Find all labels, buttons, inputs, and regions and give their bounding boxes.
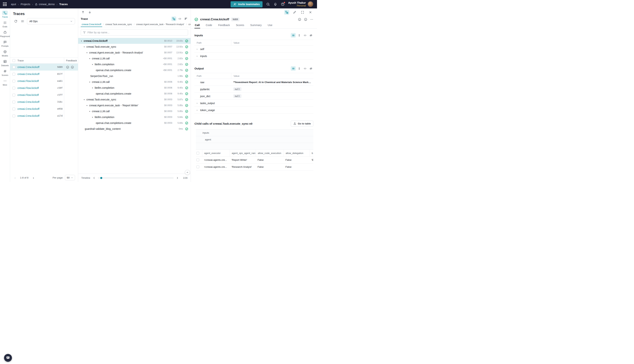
op-filter-input[interactable] [88, 31, 186, 34]
sidebar-item-evals[interactable]: Evals [0, 20, 10, 28]
edit-pencil-icon[interactable] [292, 10, 297, 15]
column-header[interactable]: agent_ops_agent_nan [230, 150, 256, 156]
user-menu[interactable]: Ayush Thakur Personal [288, 1, 313, 7]
prev-page-icon[interactable] [15, 176, 16, 180]
code-view-icon[interactable] [302, 66, 307, 71]
trace-link[interactable]: crewai.Crew.kickoff [18, 108, 40, 110]
list-view-icon[interactable] [291, 66, 296, 71]
trace-tree-row[interactable]: crewai.Task.execute_sync $0.0007 13.92s [78, 44, 191, 50]
trace-crumb-tab[interactable]: crewai.LLM.cal [185, 22, 191, 27]
detail-tab[interactable]: Feedback [218, 24, 230, 28]
output-row[interactable]: json_dict null [194, 93, 313, 100]
chevron-down-icon[interactable] [91, 116, 94, 118]
detail-tab[interactable]: Code [205, 24, 213, 28]
op-name-filter[interactable] [81, 29, 188, 36]
trace-row[interactable]: crewai.Crew.kickoff a17d [10, 112, 78, 119]
timeline-prev-icon[interactable] [93, 176, 96, 180]
chevron-right-icon[interactable] [197, 48, 199, 50]
sidebar-item-models[interactable]: Models [0, 50, 10, 57]
trace-link[interactable]: crewai.Crew.kickoff [18, 114, 40, 117]
detail-tab[interactable]: Call [194, 24, 200, 28]
trace-link[interactable]: crewai.Flow.kickoff [18, 86, 39, 90]
trace-tree-row[interactable]: litellm.completion <$0.0001 2.82s [78, 62, 191, 67]
trace-crumb-tab[interactable]: crewai.Crew.kickoff [81, 22, 102, 27]
timeline-next-icon[interactable] [176, 176, 179, 180]
column-header[interactable]: b [310, 150, 313, 156]
next-trace-down-icon[interactable] [88, 10, 92, 14]
select-all-checkbox[interactable] [196, 152, 199, 154]
trace-tree-row[interactable]: guardrail-validate_blog_content 0ms [78, 126, 191, 132]
detail-tab[interactable]: Summary [250, 24, 262, 28]
ops-filter-select[interactable]: All Ops [27, 18, 75, 24]
chevron-down-icon[interactable] [83, 46, 86, 48]
chevron-right-icon[interactable] [197, 109, 199, 112]
call-id-badge[interactable]: 9d89 [231, 18, 239, 21]
trace-row[interactable]: crewai.Crew.kickoff e058 [10, 106, 78, 112]
output-row[interactable]: token_usage [194, 107, 313, 114]
sidebar-item-more[interactable]: More [0, 79, 10, 86]
trace-row[interactable]: crewai.Flow.kickoff c5ff [10, 92, 78, 98]
column-header[interactable]: agent_executor [202, 150, 230, 156]
chevron-down-icon[interactable] [88, 110, 91, 112]
trace-link[interactable]: crewai.Crew.kickoff [18, 66, 40, 68]
trace-tree-row[interactable]: openai.chat.completions.create $0.0003 5… [78, 120, 191, 126]
sidebar-item-prompts[interactable]: Prompts [0, 40, 10, 47]
expand-rows-icon[interactable] [297, 33, 301, 38]
chevron-down-icon[interactable] [83, 98, 86, 100]
help-icon[interactable] [281, 2, 284, 6]
chevron-down-icon[interactable] [86, 52, 88, 54]
sidebar-item-datasets[interactable]: Datasets [0, 59, 10, 66]
trace-tree-row[interactable]: SerperDevTool._run 1.66s [78, 73, 191, 79]
trace-row[interactable]: crewai.Crew.kickoff 657f [10, 70, 78, 78]
notifications-bell-icon[interactable] [273, 2, 277, 6]
row-checkbox[interactable] [196, 166, 199, 168]
overflow-menu-icon[interactable] [310, 18, 313, 21]
trace-crumb-tab[interactable]: crewai.Agent.execute_task - 'Research An… [133, 22, 185, 27]
chevron-down-icon[interactable] [80, 40, 83, 42]
wandb-logo[interactable] [3, 2, 7, 6]
sidebar-item-scorers[interactable]: Scorers [0, 69, 10, 76]
trace-tree-row[interactable]: crewai.Task.execute_sync $0.0003 5.87s [78, 96, 191, 102]
input-row[interactable]: self [194, 46, 313, 52]
trace-tree-row[interactable]: crewai.Crew.kickoff $0.0010 19.83s [78, 38, 191, 44]
timeline-slider[interactable] [98, 178, 174, 178]
frowny-feedback-icon[interactable] [71, 66, 74, 69]
next-page-icon[interactable] [33, 176, 34, 180]
avatar[interactable] [308, 1, 313, 7]
breadcrumb-entity[interactable]: ayut [11, 3, 16, 6]
timeline-slider-handle[interactable] [100, 177, 102, 179]
chevron-down-icon[interactable] [88, 58, 91, 60]
breadcrumb-project[interactable]: crewai_demo [35, 3, 55, 6]
trace-link[interactable]: crewai.Flow.kickoff [18, 80, 39, 82]
hide-eye-off-icon[interactable] [308, 66, 313, 71]
hide-eye-off-icon[interactable] [308, 33, 313, 38]
trace-tree-row[interactable]: crewai.LLM.call <$0.0001 2.82s [78, 56, 191, 62]
trace-tree-row[interactable]: litellm.completion $0.0006 9.40s [78, 85, 191, 91]
code-view-icon[interactable] [177, 16, 182, 21]
trace-row[interactable]: crewai.Crew.kickoff 9d89 [10, 64, 78, 70]
tree-view-icon[interactable] [284, 10, 289, 15]
chevron-down-icon[interactable] [91, 87, 94, 89]
trace-tree-row[interactable]: openai.chat.completions.create <$0.0001 … [78, 67, 191, 73]
search-icon[interactable] [266, 2, 270, 6]
output-row[interactable]: pydantic null [194, 86, 313, 93]
expand-rows-icon[interactable] [297, 66, 301, 71]
refresh-icon[interactable] [13, 18, 19, 24]
filter-list-icon[interactable] [20, 18, 26, 24]
sidebar-item-traces[interactable]: Traces [0, 11, 10, 18]
sidebar-item-playground[interactable]: Playground [0, 30, 10, 38]
column-header-trace[interactable]: Trace [18, 59, 64, 62]
chevron-right-icon[interactable] [197, 55, 199, 57]
fullscreen-expand-icon[interactable] [300, 10, 305, 15]
per-page-select[interactable]: 50 [65, 175, 75, 180]
input-row[interactable]: inputs [194, 52, 313, 60]
trace-tree-row[interactable]: crewai.Agent.execute_task - 'Research An… [78, 50, 191, 56]
invite-teammates-button[interactable]: Invite teammates [231, 1, 262, 7]
detail-tab[interactable]: Scores [235, 24, 244, 28]
breadcrumb-projects[interactable]: Projects [21, 3, 30, 6]
row-checkbox[interactable] [13, 114, 15, 117]
close-icon[interactable] [308, 10, 313, 15]
select-all-checkbox[interactable] [13, 59, 15, 62]
column-header[interactable]: allow_delegation [284, 150, 310, 156]
table-row[interactable]: <crewai.agents.cre... 'Report Writer' Fa… [196, 156, 313, 164]
